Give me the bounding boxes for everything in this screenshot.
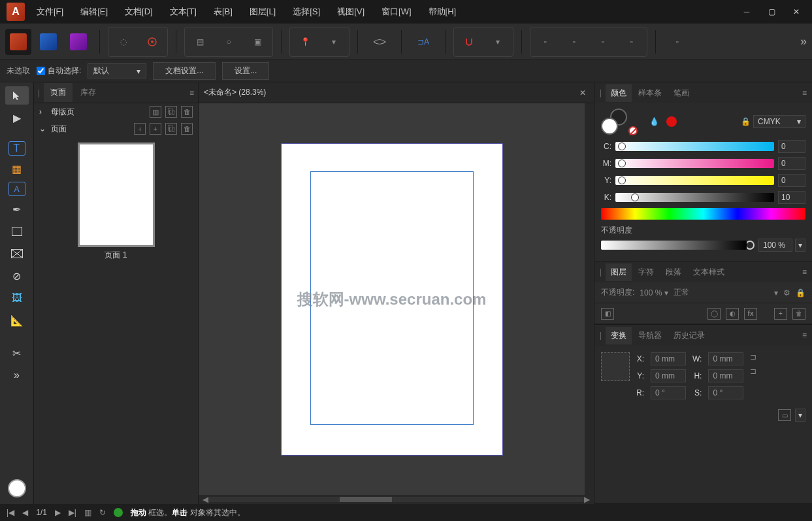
opacity-value-input[interactable]: 100 % (758, 239, 792, 252)
pen-tool[interactable]: ✒ (5, 200, 29, 218)
opacity-knob-icon[interactable] (745, 241, 755, 250)
y-input[interactable]: 0 mm (651, 369, 686, 382)
horizontal-scroll-thumb[interactable] (340, 497, 392, 502)
align-3-button[interactable]: ▫ (589, 29, 617, 55)
document-settings-button[interactable]: 文档设置... (153, 62, 216, 80)
layer-mask-icon[interactable]: ◯ (707, 308, 721, 320)
scroll-left-arrow[interactable]: ◀ (203, 495, 208, 504)
menu-select[interactable]: 选择[S] (293, 6, 320, 18)
tab-pages[interactable]: 页面 (44, 83, 73, 102)
expand-master-icon[interactable]: › (39, 107, 47, 116)
align-2-button[interactable]: ▫ (560, 29, 588, 55)
prev-page-icon[interactable]: ◀ (22, 508, 28, 517)
menu-view[interactable]: 视图[V] (337, 6, 365, 18)
last-page-icon[interactable]: ▶| (69, 508, 76, 517)
preflight-button[interactable]: ◌ (110, 29, 137, 55)
tab-color[interactable]: 颜色 (606, 84, 632, 102)
yellow-slider[interactable] (615, 176, 774, 185)
delete-page-icon[interactable]: 🗑 (181, 123, 193, 135)
h-input[interactable]: 0 mm (708, 369, 743, 382)
node-tool[interactable]: ▶ (5, 109, 29, 127)
s-input[interactable]: 0 ° (708, 386, 743, 399)
document-tab[interactable]: <未命名> (28.3%) (204, 87, 579, 98)
color-swatch-tool[interactable] (8, 479, 26, 497)
dup-page-icon[interactable]: ⿻ (165, 123, 177, 135)
toolbar-overflow-button[interactable]: » (800, 35, 807, 48)
publisher-persona-button[interactable] (5, 29, 31, 55)
baseline-grid-button[interactable]: ▤ (186, 29, 214, 55)
opacity-slider[interactable] (601, 241, 747, 250)
move-tool[interactable] (5, 86, 29, 105)
color-panel-menu[interactable]: ≡ (802, 88, 807, 97)
table-tool[interactable]: ▦ (5, 160, 29, 178)
dup-master-icon[interactable]: ⿻ (165, 106, 177, 118)
text-wrap-button[interactable]: ⊐A (410, 29, 437, 55)
menu-file[interactable]: 文件[F] (37, 6, 63, 18)
magenta-value-input[interactable]: 0 (778, 157, 805, 170)
vector-crop-tool[interactable]: 📐 (5, 311, 29, 329)
tab-paragraph[interactable]: 段落 (660, 263, 687, 281)
tab-assets[interactable]: 库存 (74, 83, 103, 102)
next-page-icon[interactable]: ▶ (55, 508, 61, 517)
menu-edit[interactable]: 编辑[E] (80, 6, 108, 18)
layer-group-icon[interactable]: ◧ (601, 308, 614, 320)
tab-text-styles[interactable]: 文本样式 (688, 263, 730, 281)
layer-opacity-dropdown[interactable]: 100 %▾ (640, 288, 668, 297)
opacity-stepper[interactable]: ▾ (795, 239, 805, 252)
black-value-input[interactable]: 10 (778, 191, 805, 204)
yellow-value-input[interactable]: 0 (778, 174, 805, 187)
preflight-status-icon[interactable] (114, 508, 123, 517)
clip-canvas-button[interactable]: ▣ (244, 29, 271, 55)
tab-stroke[interactable]: 笔画 (668, 84, 694, 102)
magenta-slider[interactable] (615, 159, 774, 168)
fill-stroke-swatch[interactable] (601, 109, 627, 135)
align-1-button[interactable]: ▫ (532, 29, 559, 55)
vertical-scrollbar[interactable] (585, 103, 594, 495)
arrange-button[interactable]: ▫ (664, 29, 691, 55)
preview-mode-button[interactable] (366, 29, 393, 55)
add-master-icon[interactable]: ▥ (150, 106, 161, 118)
pin-button[interactable]: 📍 (291, 29, 319, 55)
tab-navigator[interactable]: 导航器 (633, 327, 667, 345)
pages-panel-menu[interactable]: ≡ (189, 88, 194, 97)
layer-adjust-icon[interactable]: ◐ (726, 308, 739, 320)
tab-transform[interactable]: 变换 (606, 327, 632, 345)
preflight-settings-button[interactable] (138, 29, 166, 55)
transform-panel-menu[interactable]: ≡ (802, 331, 807, 340)
color-mode-dropdown[interactable]: CMYK▾ (753, 115, 805, 128)
horizontal-scrollbar[interactable]: ◀ ▶ (199, 495, 594, 504)
snapping-caret-button[interactable]: ▾ (484, 29, 512, 55)
menu-help[interactable]: 帮助[H] (429, 6, 457, 18)
show-guides-button[interactable]: ○ (215, 29, 242, 55)
menu-text[interactable]: 文本[T] (170, 6, 197, 18)
menu-table[interactable]: 表[B] (214, 6, 233, 18)
maximize-button[interactable]: ▢ (765, 5, 778, 18)
auto-select-checkbox[interactable]: 自动选择: (37, 65, 81, 76)
canvas-viewport[interactable]: 搜软网-www.secruan.com (199, 103, 585, 495)
layers-panel-menu[interactable]: ≡ (802, 267, 807, 277)
cyan-value-input[interactable]: 0 (778, 140, 805, 153)
black-slider[interactable] (615, 193, 774, 202)
page-thumbnail[interactable] (78, 143, 155, 247)
add-layer-icon[interactable]: + (774, 308, 787, 320)
first-page-icon[interactable]: |◀ (7, 508, 14, 517)
picture-frame-tool[interactable] (5, 244, 29, 263)
layer-fx-gear-icon[interactable]: ⚙ (783, 288, 790, 297)
menu-window[interactable]: 窗口[W] (382, 6, 412, 18)
crop-tool[interactable]: ✂ (5, 344, 29, 362)
tab-layers[interactable]: 图层 (606, 263, 632, 281)
fill-swatch[interactable] (601, 118, 618, 135)
close-button[interactable]: ✕ (790, 5, 803, 18)
transform-options-dropdown[interactable]: ▾ (795, 409, 805, 422)
settings-button[interactable]: 设置... (222, 62, 269, 80)
transform-anchor[interactable] (601, 352, 630, 381)
tab-glyphs[interactable]: 字符 (633, 263, 659, 281)
tools-overflow[interactable]: » (5, 366, 29, 384)
delete-layer-icon[interactable]: 🗑 (792, 308, 805, 320)
menu-layer[interactable]: 图层[L] (250, 6, 276, 18)
document-close-icon[interactable]: ✕ (579, 88, 586, 97)
menu-document[interactable]: 文档[D] (125, 6, 153, 18)
pin-caret-button[interactable]: ▾ (320, 29, 348, 55)
link-rs-icon[interactable]: ⊐ (750, 367, 756, 376)
lock-icon[interactable]: 🔒 (741, 117, 751, 126)
